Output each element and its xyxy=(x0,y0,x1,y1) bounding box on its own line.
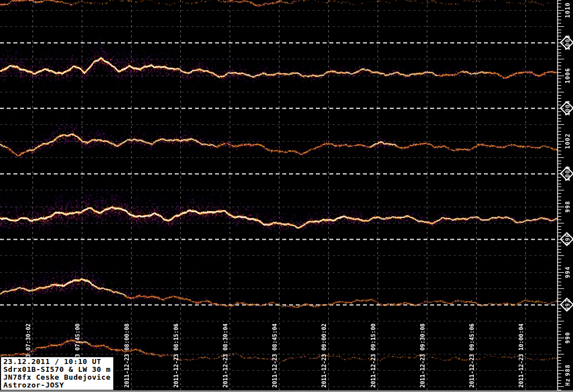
freq-tick-label: 1010 xyxy=(565,2,571,17)
freq-tick-label: 1002 xyxy=(565,133,571,148)
spectrogram-canvas xyxy=(0,0,573,392)
info-datetime: 23.12.2011 / 10:10 UT xyxy=(3,358,111,366)
time-tick-label: 2011-12-23 09:45:06 xyxy=(469,324,475,388)
time-tick-label: 2011-12-23 09:00:02 xyxy=(321,324,327,388)
freq-tick-label: 1006 xyxy=(565,67,571,83)
info-receiver: Sdrx01B-SI570 & LW 30 m xyxy=(3,366,111,374)
info-locator: JN78fx Ceske Budejovice xyxy=(3,374,111,381)
time-tick-label: 2011-12-23 09:30:08 xyxy=(420,324,426,388)
time-tick-label: 2011-12-23 08:15:06 xyxy=(173,324,179,388)
info-observer: Astrozor-JOSY xyxy=(3,381,111,389)
time-tick-label: 2011-12-23 08:00:08 xyxy=(124,324,130,388)
time-tick-label: 2011-12-23 09:15:00 xyxy=(370,324,376,388)
freq-tick-label: 988 xyxy=(565,364,571,376)
time-tick-label: 2011-12-23 10:00:04 xyxy=(518,324,524,388)
freq-tick-label: 998 xyxy=(565,200,571,212)
freq-tick-label: 994 xyxy=(565,266,571,278)
spectrogram-panel: 2011-12-23 07:30:022011-12-23 07:45:0020… xyxy=(0,0,573,392)
time-tick-label: 2011-12-23 08:30:04 xyxy=(222,324,229,388)
freq-axis-unit-label: Hz xyxy=(565,378,571,386)
freq-tick-label: 990 xyxy=(565,332,571,343)
station-info-box: 23.12.2011 / 10:10 UT Sdrx01B-SI570 & LW… xyxy=(1,357,114,390)
time-tick-label: 2011-12-23 08:45:04 xyxy=(272,324,278,388)
